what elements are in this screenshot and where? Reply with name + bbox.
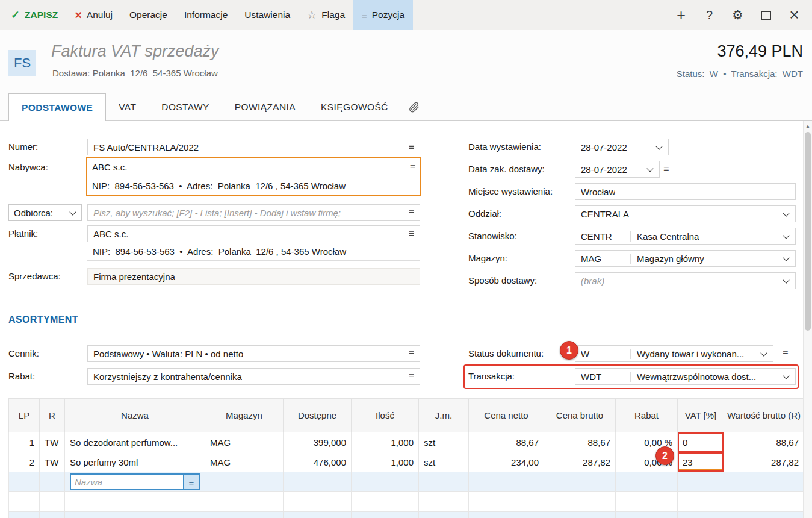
cell-cena-netto[interactable]: 234,00 bbox=[469, 452, 544, 472]
menu-operacje[interactable]: Operacje bbox=[121, 0, 176, 30]
col-header-cena-netto[interactable]: Cena netto bbox=[469, 399, 544, 432]
col-header-vat[interactable]: VAT [%] bbox=[678, 399, 724, 432]
cell-cena-netto[interactable]: 88,67 bbox=[469, 432, 544, 452]
col-header-wartosc-brutto[interactable]: Wartość brutto (R) bbox=[724, 399, 804, 432]
data-wystawienia-field[interactable]: 28-07-2022 bbox=[575, 139, 669, 155]
col-header-cena-brutto[interactable]: Cena brutto bbox=[544, 399, 616, 432]
empty-cell bbox=[469, 472, 544, 492]
cell-ilosc[interactable]: 1,000 bbox=[352, 432, 419, 452]
cennik-label: Cennik: bbox=[8, 345, 39, 362]
paperclip-icon[interactable] bbox=[401, 93, 427, 120]
data-zak-dostawy-field[interactable]: 28-07-2022 bbox=[575, 161, 660, 178]
tab-vat[interactable]: VAT bbox=[106, 93, 149, 120]
cell-dostepne[interactable]: 476,000 bbox=[284, 452, 352, 472]
col-header-ilosc[interactable]: Ilość bbox=[352, 399, 419, 432]
cennik-field[interactable]: Podstawowy • Waluta: PLN • od netto ≡ bbox=[87, 345, 420, 362]
empty-cell bbox=[724, 512, 804, 518]
rabat-menu-icon[interactable]: ≡ bbox=[404, 371, 414, 382]
help-icon[interactable]: ? bbox=[695, 0, 724, 30]
cell-ilosc[interactable]: 1,000 bbox=[352, 452, 419, 472]
cell-wartosc-brutto[interactable]: 287,82 bbox=[724, 452, 804, 472]
cancel-button[interactable]: × Anuluj bbox=[66, 0, 121, 30]
col-header-lp[interactable]: LP bbox=[9, 399, 40, 432]
platnik-menu-icon[interactable]: ≡ bbox=[404, 228, 414, 239]
odbiorca-label: Odbiorca: bbox=[14, 208, 53, 218]
cell-r[interactable]: TW bbox=[40, 452, 65, 472]
new-item-name-field[interactable]: ≡ bbox=[70, 473, 200, 490]
menu-pozycja[interactable]: ≡ Pozycja bbox=[353, 0, 413, 30]
rabat-label: Rabat: bbox=[8, 368, 35, 385]
tab-podstawowe[interactable]: PODSTAWOWE bbox=[8, 93, 106, 121]
nabywca-menu-icon[interactable]: ≡ bbox=[405, 162, 415, 173]
miejsce-wystawienia-field[interactable]: Wrocław bbox=[575, 183, 796, 200]
cell-nazwa[interactable]: So perfumy 30ml bbox=[65, 452, 205, 472]
col-header-jm[interactable]: J.m. bbox=[419, 399, 469, 432]
cell-lp[interactable]: 2 bbox=[9, 452, 40, 472]
cell-vat[interactable]: 23 bbox=[678, 452, 724, 472]
data-wystawienia-value: 28-07-2022 bbox=[581, 142, 627, 152]
flag-button[interactable]: ☆ Flaga bbox=[299, 0, 353, 30]
add-position-icon[interactable]: + bbox=[667, 0, 695, 30]
close-icon[interactable]: × bbox=[780, 0, 808, 30]
odbiorca-role-select[interactable]: Odbiorca: bbox=[8, 204, 82, 221]
empty-cell bbox=[544, 492, 616, 512]
new-item-name-input[interactable] bbox=[71, 477, 183, 487]
scrollbar-thumb[interactable] bbox=[805, 132, 811, 331]
status-dokumentu-menu-icon[interactable]: ≡ bbox=[783, 345, 788, 362]
platnik-field[interactable]: ABC s.c. ≡ bbox=[87, 225, 420, 242]
odbiorca-field[interactable]: ≡ bbox=[87, 204, 420, 221]
save-button[interactable]: ✓ ZAPISZ bbox=[2, 0, 66, 30]
cell-cena-brutto[interactable]: 88,67 bbox=[544, 432, 616, 452]
tab-powiazania[interactable]: POWIĄZANIA bbox=[222, 93, 308, 120]
maximize-icon[interactable] bbox=[752, 0, 780, 30]
cell-lp[interactable]: 1 bbox=[9, 432, 40, 452]
nabywca-highlight-box: ABC s.c. ≡ NIP: 894-56-53-563 • Adres: P… bbox=[86, 157, 421, 196]
col-header-nazwa[interactable]: Nazwa bbox=[65, 399, 205, 432]
empty-cell bbox=[544, 472, 616, 492]
miejsce-wystawienia-value: Wrocław bbox=[581, 187, 615, 197]
cell-nazwa[interactable]: So dezodorant perfumow... bbox=[65, 432, 205, 452]
cell-wartosc-brutto[interactable]: 88,67 bbox=[724, 432, 804, 452]
col-header-magazyn[interactable]: Magazyn bbox=[205, 399, 284, 432]
cell-jm[interactable]: szt bbox=[419, 432, 469, 452]
col-header-r[interactable]: R bbox=[40, 399, 65, 432]
nabywca-details: NIP: 894-56-53-563 • Adres: Polanka 12/6… bbox=[87, 176, 420, 195]
menu-informacje[interactable]: Informacje bbox=[176, 0, 236, 30]
cennik-menu-icon[interactable]: ≡ bbox=[404, 348, 414, 359]
cell-vat[interactable]: 0 bbox=[678, 432, 724, 452]
odbiorca-menu-icon[interactable]: ≡ bbox=[404, 207, 414, 218]
status-dokumentu-select[interactable]: W Wydany towar i wykonan... bbox=[575, 345, 773, 362]
cell-cena-brutto[interactable]: 287,82 bbox=[544, 452, 616, 472]
cell-jm[interactable]: szt bbox=[419, 452, 469, 472]
nabywca-field[interactable]: ABC s.c. ≡ bbox=[87, 158, 420, 176]
delivery-address: Dostawa: Polanka 12/6 54-365 Wrocław bbox=[52, 68, 218, 78]
cell-magazyn[interactable]: MAG bbox=[205, 432, 284, 452]
operacje-label: Operacje bbox=[129, 10, 167, 20]
cell-magazyn[interactable]: MAG bbox=[205, 452, 284, 472]
cell-r[interactable]: TW bbox=[40, 432, 65, 452]
sposob-dostawy-select[interactable]: (brak) bbox=[575, 272, 796, 289]
empty-cell bbox=[352, 492, 419, 512]
magazyn-select[interactable]: MAG Magazyn główny bbox=[575, 250, 796, 267]
empty-cell bbox=[9, 512, 40, 518]
rabat-field[interactable]: Korzystniejszy z kontrahenta/cennika ≡ bbox=[87, 368, 420, 385]
tab-ksiegowosc[interactable]: KSIĘGOWOŚĆ bbox=[308, 93, 401, 120]
cell-dostepne[interactable]: 399,000 bbox=[284, 432, 352, 452]
numer-field[interactable]: FS Auto/CENTRALA/2022 ≡ bbox=[87, 139, 420, 155]
odbiorca-input[interactable] bbox=[93, 208, 404, 218]
col-header-dostepne[interactable]: Dostępne bbox=[284, 399, 352, 432]
numer-menu-icon[interactable]: ≡ bbox=[404, 142, 414, 152]
transakcja-select[interactable]: WDT Wewnątrzwspólnotowa dost... bbox=[575, 368, 796, 385]
gear-icon[interactable]: ⚙ bbox=[724, 0, 752, 30]
vertical-scrollbar[interactable]: ▲ bbox=[803, 121, 812, 518]
col-header-rabat[interactable]: Rabat bbox=[616, 399, 678, 432]
tab-dostawy[interactable]: DOSTAWY bbox=[149, 93, 222, 120]
stanowisko-select[interactable]: CENTR Kasa Centralna bbox=[575, 228, 796, 245]
oddzial-select[interactable]: CENTRALA bbox=[575, 205, 796, 222]
numer-value: FS Auto/CENTRALA/2022 bbox=[93, 142, 199, 152]
chevron-down-icon bbox=[783, 210, 790, 217]
new-item-menu-icon[interactable]: ≡ bbox=[183, 475, 199, 489]
menu-ustawienia[interactable]: Ustawienia bbox=[236, 0, 299, 30]
scroll-up-arrow[interactable]: ▲ bbox=[804, 121, 812, 131]
data-zak-dostawy-menu-icon[interactable]: ≡ bbox=[663, 161, 669, 178]
